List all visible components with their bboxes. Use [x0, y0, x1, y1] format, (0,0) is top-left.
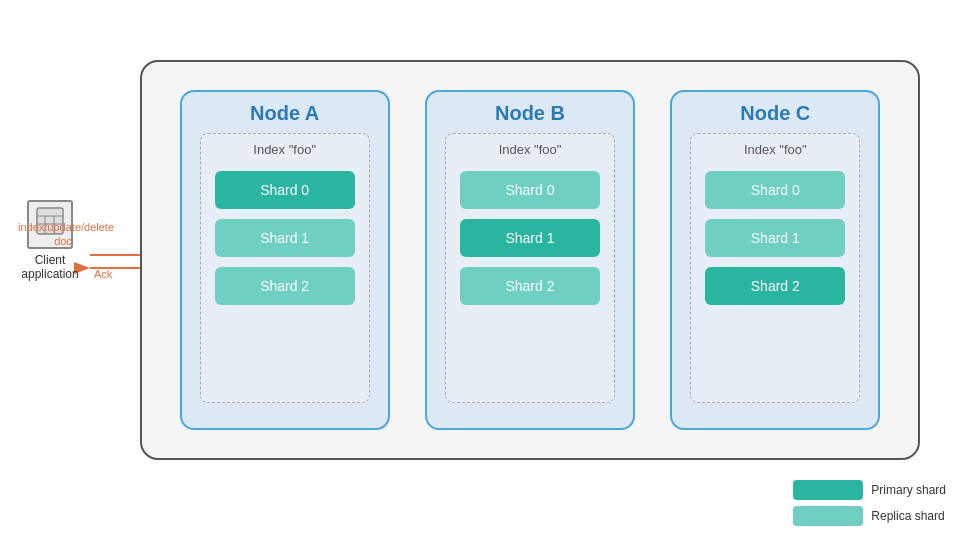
main-container: Node A Index "foo" Shard 0 Shard 1 Shard… [140, 60, 920, 460]
client-label: Clientapplication [21, 253, 78, 281]
node-b: Node B Index "foo" Shard 0 Shard 1 Shard… [425, 90, 635, 430]
ack-label: Ack [94, 268, 112, 280]
node-a-index: Index "foo" Shard 0 Shard 1 Shard 2 [200, 133, 370, 403]
legend-primary: Primary shard [793, 480, 946, 500]
node-c: Node C Index "foo" Shard 0 Shard 1 Shard… [670, 90, 880, 430]
legend-replica-label: Replica shard [871, 509, 944, 523]
node-c-shard-2: Shard 2 [705, 267, 845, 305]
node-b-title: Node B [495, 102, 565, 125]
node-a: Node A Index "foo" Shard 0 Shard 1 Shard… [180, 90, 390, 430]
node-a-shard-1: Shard 1 [215, 219, 355, 257]
nodes-area: Node A Index "foo" Shard 0 Shard 1 Shard… [142, 62, 918, 458]
node-a-title: Node A [250, 102, 319, 125]
node-b-shard-0: Shard 0 [460, 171, 600, 209]
node-b-shard-1: Shard 1 [460, 219, 600, 257]
node-b-index: Index "foo" Shard 0 Shard 1 Shard 2 [445, 133, 615, 403]
legend-replica: Replica shard [793, 506, 946, 526]
node-c-index-label: Index "foo" [744, 142, 807, 157]
node-b-shard-2: Shard 2 [460, 267, 600, 305]
legend-primary-color [793, 480, 863, 500]
action-label: index/update/deletedoc [18, 220, 108, 249]
legend-primary-label: Primary shard [871, 483, 946, 497]
node-c-title: Node C [740, 102, 810, 125]
node-b-index-label: Index "foo" [499, 142, 562, 157]
node-c-index: Index "foo" Shard 0 Shard 1 Shard 2 [690, 133, 860, 403]
node-c-shard-0: Shard 0 [705, 171, 845, 209]
node-a-index-label: Index "foo" [253, 142, 316, 157]
node-c-shard-1: Shard 1 [705, 219, 845, 257]
legend: Primary shard Replica shard [793, 480, 946, 526]
legend-replica-color [793, 506, 863, 526]
node-a-shard-0: Shard 0 [215, 171, 355, 209]
node-a-shard-2: Shard 2 [215, 267, 355, 305]
